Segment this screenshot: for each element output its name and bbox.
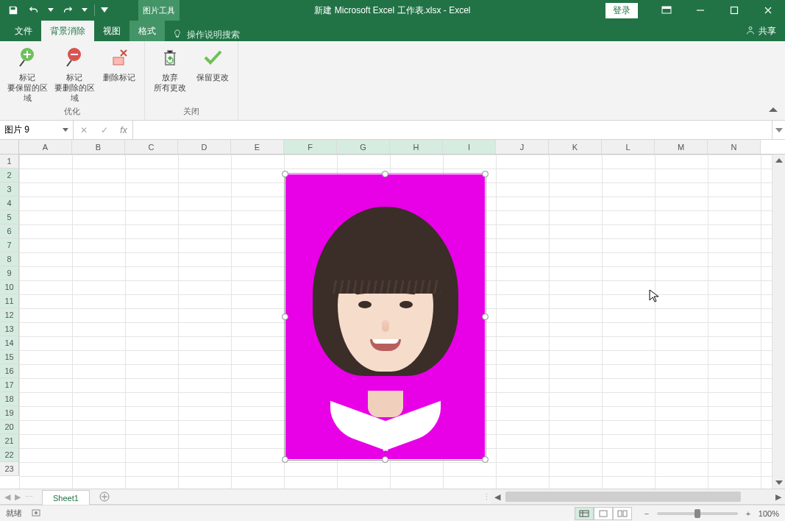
name-box-input[interactable] — [0, 125, 59, 135]
col-header-G[interactable]: G — [337, 140, 390, 154]
delete-mark-button[interactable]: 删除标记 — [99, 44, 140, 104]
row-header-11[interactable]: 11 — [0, 294, 19, 308]
resize-handle-ne[interactable] — [482, 171, 489, 177]
qat-customize[interactable] — [99, 1, 110, 19]
fx-icon[interactable]: fx — [115, 125, 132, 135]
col-header-L[interactable]: L — [602, 140, 655, 154]
zoom-in-button[interactable]: + — [742, 509, 754, 518]
undo-dropdown[interactable] — [46, 1, 56, 19]
keep-changes-button[interactable]: 保留更改 — [192, 44, 233, 104]
vertical-scrollbar[interactable] — [772, 155, 785, 489]
sheet-nav-next-icon[interactable]: ▶ — [15, 492, 21, 502]
redo-icon[interactable] — [59, 1, 77, 19]
enter-formula-icon[interactable]: ✓ — [94, 121, 115, 139]
view-page-break-icon[interactable] — [613, 507, 632, 520]
scroll-down-icon[interactable] — [772, 475, 785, 489]
row-header-8[interactable]: 8 — [0, 252, 19, 266]
row-header-4[interactable]: 4 — [0, 196, 19, 210]
macro-record-icon[interactable] — [31, 508, 41, 519]
sheet-tab[interactable]: Sheet1 — [42, 490, 90, 505]
col-header-B[interactable]: B — [72, 140, 125, 154]
row-header-2[interactable]: 2 — [0, 169, 19, 182]
row-header-16[interactable]: 16 — [0, 364, 19, 378]
expand-formula-bar-icon[interactable] — [772, 121, 785, 139]
resize-handle-nw[interactable] — [282, 171, 288, 177]
redo-dropdown[interactable] — [79, 1, 90, 19]
ribbon-display-options-icon[interactable] — [650, 0, 683, 21]
horizontal-scrollbar[interactable]: ◀ ▶ — [491, 489, 785, 504]
mark-remove-button[interactable]: 标记 要删除的区域 — [51, 44, 97, 104]
formula-input[interactable] — [133, 125, 772, 135]
save-icon[interactable] — [4, 1, 22, 19]
row-header-14[interactable]: 14 — [0, 336, 19, 350]
col-header-J[interactable]: J — [496, 140, 549, 154]
col-header-C[interactable]: C — [125, 140, 178, 154]
zoom-slider[interactable] — [657, 512, 738, 515]
login-button[interactable]: 登录 — [605, 3, 638, 18]
view-normal-icon[interactable] — [575, 507, 594, 520]
cell-grid[interactable] — [19, 155, 785, 489]
row-header-6[interactable]: 6 — [0, 224, 19, 238]
name-box-dropdown[interactable] — [59, 128, 72, 132]
row-header-9[interactable]: 9 — [0, 266, 19, 280]
hscroll-thumb[interactable] — [505, 492, 741, 502]
zoom-value[interactable]: 100% — [759, 509, 779, 518]
resize-handle-w[interactable] — [282, 313, 288, 320]
maximize-icon[interactable] — [717, 0, 751, 21]
close-icon[interactable] — [751, 0, 785, 21]
tell-me-search[interactable]: 操作说明搜索 — [165, 29, 247, 41]
col-header-I[interactable]: I — [443, 140, 496, 154]
col-header-N[interactable]: N — [708, 140, 761, 154]
sheet-nav-menu-icon[interactable]: ⋯ — [25, 492, 33, 502]
row-header-10[interactable]: 10 — [0, 280, 19, 294]
selected-image[interactable] — [285, 174, 485, 459]
col-header-A[interactable]: A — [19, 140, 72, 154]
scroll-left-icon[interactable]: ◀ — [491, 489, 504, 504]
discard-changes-button[interactable]: 放弃 所有更改 — [149, 44, 191, 104]
col-header-H[interactable]: H — [390, 140, 443, 154]
cancel-formula-icon[interactable]: ✕ — [74, 121, 94, 139]
resize-handle-n[interactable] — [382, 171, 388, 177]
scroll-up-icon[interactable] — [772, 155, 785, 168]
zoom-out-button[interactable]: − — [641, 509, 653, 518]
row-header-20[interactable]: 20 — [0, 420, 19, 434]
share-button[interactable]: 共享 — [745, 21, 776, 41]
tab-background-remove[interactable]: 背景消除 — [41, 21, 94, 41]
row-header-12[interactable]: 12 — [0, 308, 19, 322]
resize-handle-s[interactable] — [382, 456, 388, 463]
name-box[interactable] — [0, 121, 74, 139]
add-sheet-button[interactable] — [94, 489, 115, 504]
col-header-K[interactable]: K — [549, 140, 602, 154]
sheet-nav-prev-icon[interactable]: ◀ — [4, 492, 10, 502]
row-header-21[interactable]: 21 — [0, 434, 19, 448]
tab-file[interactable]: 文件 — [6, 21, 41, 41]
row-header-19[interactable]: 19 — [0, 406, 19, 420]
select-all-corner[interactable] — [0, 140, 19, 154]
row-header-15[interactable]: 15 — [0, 350, 19, 364]
row-header-5[interactable]: 5 — [0, 210, 19, 224]
view-page-layout-icon[interactable] — [594, 507, 613, 520]
row-header-17[interactable]: 17 — [0, 378, 19, 392]
row-header-3[interactable]: 3 — [0, 182, 19, 196]
mark-keep-button[interactable]: 标记 要保留的区域 — [4, 44, 50, 104]
row-header-23[interactable]: 23 — [0, 462, 19, 476]
col-header-E[interactable]: E — [231, 140, 284, 154]
row-header-22[interactable]: 22 — [0, 448, 19, 462]
minimize-icon[interactable] — [683, 0, 717, 21]
tab-format[interactable]: 格式 — [129, 21, 165, 41]
col-header-M[interactable]: M — [655, 140, 708, 154]
collapse-ribbon-icon[interactable] — [766, 102, 781, 117]
col-header-D[interactable]: D — [178, 140, 231, 154]
scroll-right-icon[interactable]: ▶ — [772, 489, 785, 504]
row-header-7[interactable]: 7 — [0, 238, 19, 252]
resize-handle-se[interactable] — [482, 456, 489, 463]
resize-handle-sw[interactable] — [282, 456, 288, 463]
row-header-13[interactable]: 13 — [0, 322, 19, 336]
resize-handle-e[interactable] — [482, 313, 489, 320]
col-header-F[interactable]: F — [284, 140, 337, 154]
tab-scroll-splitter[interactable]: ⋮ — [482, 489, 491, 504]
undo-icon[interactable] — [25, 1, 43, 19]
row-header-1[interactable]: 1 — [0, 155, 19, 169]
row-header-18[interactable]: 18 — [0, 392, 19, 406]
tab-view[interactable]: 视图 — [94, 21, 129, 41]
